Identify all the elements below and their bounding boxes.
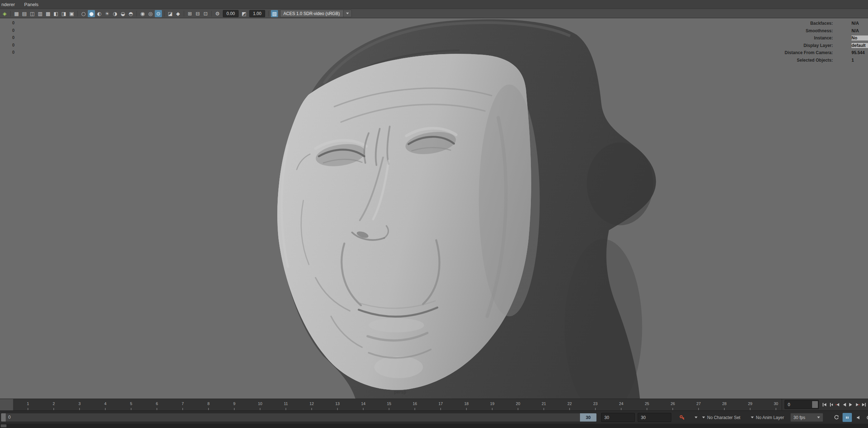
go-to-start-button[interactable] xyxy=(821,399,828,410)
frame-label[interactable]: 8 xyxy=(207,401,210,406)
smooth-shade-icon[interactable]: ● xyxy=(88,10,95,17)
motion-blur-icon[interactable]: ◓ xyxy=(127,10,134,17)
frame-label[interactable]: 2 xyxy=(53,401,55,406)
range-start-handle[interactable] xyxy=(1,413,6,422)
frame-label[interactable]: 21 xyxy=(542,401,546,406)
gamma-icon[interactable]: ◩ xyxy=(240,10,248,17)
step-forward-key-button[interactable] xyxy=(854,399,861,410)
gate-mask-icon[interactable]: ▥ xyxy=(37,10,44,17)
renderer-select-icon[interactable]: ◈ xyxy=(1,10,8,17)
frame-label[interactable]: 9 xyxy=(233,401,235,406)
wireframe-icon[interactable]: ○ xyxy=(80,10,87,17)
film-gate-icon[interactable]: ▤ xyxy=(21,10,28,17)
frame-label[interactable]: 6 xyxy=(156,401,158,406)
frame-label[interactable]: 7 xyxy=(182,401,184,406)
two-sided-lighting-icon[interactable]: ◎ xyxy=(147,10,154,17)
frame-label[interactable]: 28 xyxy=(722,401,726,406)
go-to-end-button[interactable] xyxy=(861,399,868,410)
menu-renderer[interactable]: nderer xyxy=(1,2,15,7)
play-forwards-button[interactable] xyxy=(848,399,854,410)
sculpted-head-model[interactable] xyxy=(0,18,868,399)
frame-tick xyxy=(647,408,647,410)
screen-space-ao-icon[interactable]: ⊙ xyxy=(155,10,162,17)
auto-key-button[interactable] xyxy=(677,413,687,422)
color-space-dropdown[interactable]: ACES 1.0 SDR-video (sRGB) xyxy=(280,10,352,17)
frame-label[interactable]: 5 xyxy=(130,401,132,406)
frame-label[interactable]: 17 xyxy=(438,401,443,406)
current-frame-marker[interactable] xyxy=(0,399,13,410)
frame-label[interactable]: 23 xyxy=(593,401,598,406)
frame-label[interactable]: 14 xyxy=(361,401,365,406)
camera-label[interactable]: persp xyxy=(394,390,406,395)
frame-all-icon[interactable]: ▣ xyxy=(68,10,75,17)
isolate-select-icon[interactable]: ◪ xyxy=(167,10,174,17)
use-all-lights-icon[interactable]: ☀ xyxy=(104,10,111,17)
frame-label[interactable]: 4 xyxy=(104,401,106,406)
frame-label[interactable]: 10 xyxy=(258,401,262,406)
default-material-icon[interactable]: ◉ xyxy=(139,10,146,17)
safe-action-icon[interactable]: ◧ xyxy=(52,10,59,17)
playback-end-field[interactable]: 30 xyxy=(601,413,635,422)
frame-label[interactable]: 30 xyxy=(774,401,778,406)
time-slider-track[interactable]: 1234567891011121314151617181920212223242… xyxy=(0,399,782,410)
frame-label[interactable]: 3 xyxy=(78,401,81,406)
shadows-icon[interactable]: ◑ xyxy=(111,10,119,17)
frame-label[interactable]: 18 xyxy=(464,401,469,406)
time-field-handle[interactable] xyxy=(812,401,818,408)
menu-panels[interactable]: Panels xyxy=(24,2,39,7)
grid-icon[interactable]: ▦ xyxy=(13,10,20,17)
xray-icon[interactable]: ◆ xyxy=(174,10,182,17)
character-set-menu[interactable]: No Character Set xyxy=(702,413,740,422)
frame-label[interactable]: 29 xyxy=(748,401,752,406)
step-back-key-button[interactable] xyxy=(834,399,841,410)
frame-label[interactable]: 11 xyxy=(284,401,288,406)
play-backwards-button[interactable] xyxy=(841,399,848,410)
mute-button[interactable] xyxy=(854,413,863,422)
exposure-field[interactable]: 0.00 xyxy=(223,10,239,17)
range-end-handle[interactable]: 30 xyxy=(580,413,596,422)
frame-label[interactable]: 19 xyxy=(490,401,494,406)
safe-title-icon[interactable]: ◨ xyxy=(60,10,67,17)
viewport[interactable]: 00000 Backfaces:N/ASmoothness:N/AInstanc… xyxy=(0,18,868,399)
chin-highlight xyxy=(374,356,423,378)
frame-label[interactable]: 20 xyxy=(516,401,520,406)
anim-layer-menu[interactable]: No Anim Layer xyxy=(751,413,784,422)
field-chart-icon[interactable]: ▩ xyxy=(44,10,52,17)
display-settings-icon[interactable]: ⚙ xyxy=(214,10,221,17)
frame-label[interactable]: 24 xyxy=(619,401,623,406)
hud-value: 95.544 xyxy=(852,50,867,55)
frame-label[interactable]: 1 xyxy=(27,401,29,406)
pan-zoom-icon[interactable]: ⊡ xyxy=(202,10,209,17)
hud-counter: 0 xyxy=(12,34,15,42)
frame-label[interactable]: 27 xyxy=(696,401,701,406)
resolution-gate-icon[interactable]: ◫ xyxy=(29,10,36,17)
continuous-loop-button[interactable] xyxy=(832,413,841,422)
frame-tick xyxy=(286,408,286,410)
fps-value: 30 fps xyxy=(793,415,805,420)
current-time-field[interactable]: 0 xyxy=(785,400,819,409)
frame-label[interactable]: 16 xyxy=(413,401,417,406)
evaluation-button[interactable] xyxy=(864,413,868,422)
command-line-handle[interactable] xyxy=(1,424,6,427)
playback-speed-button[interactable] xyxy=(843,413,852,422)
fps-dropdown[interactable]: 30 fps xyxy=(790,413,823,422)
color-management-icon[interactable]: ▧ xyxy=(271,10,278,17)
frame-label[interactable]: 12 xyxy=(310,401,314,406)
toolbar-separator xyxy=(10,11,11,16)
ambient-occlusion-icon[interactable]: ◒ xyxy=(119,10,126,17)
frame-label[interactable]: 25 xyxy=(645,401,649,406)
frame-label[interactable]: 15 xyxy=(387,401,391,406)
frame-label[interactable]: 13 xyxy=(335,401,340,406)
step-back-frame-button[interactable] xyxy=(828,399,835,410)
frame-tick xyxy=(311,408,312,410)
image-plane-icon[interactable]: ⊟ xyxy=(194,10,201,17)
range-slider[interactable]: 0 30 xyxy=(1,413,597,422)
frame-label[interactable]: 26 xyxy=(671,401,675,406)
textured-icon[interactable]: ◐ xyxy=(96,10,103,17)
animation-end-field[interactable]: 30 xyxy=(638,413,671,422)
frame-label[interactable]: 22 xyxy=(567,401,572,406)
dropdown-arrow-icon[interactable] xyxy=(343,10,351,17)
character-menu-arrow[interactable] xyxy=(693,413,699,422)
camera-bookmark-icon[interactable]: ⊞ xyxy=(186,10,193,17)
gamma-field[interactable]: 1.00 xyxy=(249,10,265,17)
